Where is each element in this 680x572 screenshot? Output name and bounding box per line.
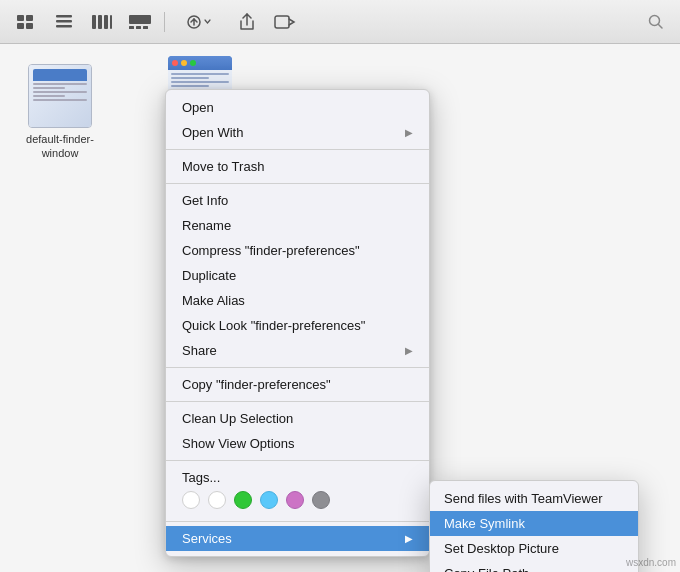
tag-dot-none-2[interactable] [208,491,226,509]
svg-rect-3 [26,23,33,29]
svg-rect-10 [110,15,112,29]
services-submenu: Send files with TeamViewer Make Symlink … [429,480,639,572]
tag-dot-green[interactable] [234,491,252,509]
menu-item-open[interactable]: Open [166,95,429,120]
menu-item-show-view-options[interactable]: Show View Options [166,431,429,456]
tags-dots [182,491,413,509]
menu-item-duplicate[interactable]: Duplicate [166,263,429,288]
icon-view-button[interactable] [10,8,42,36]
svg-rect-14 [143,26,148,29]
tag-button[interactable] [269,8,301,36]
menu-separator-6 [166,521,429,522]
tag-dot-blue[interactable] [260,491,278,509]
column-view-button[interactable] [86,8,118,36]
submenu-item-set-desktop-picture[interactable]: Set Desktop Picture [430,536,638,561]
menu-item-make-alias[interactable]: Make Alias [166,288,429,313]
context-menu: Open Open With Move to Trash Get Info Re… [165,89,430,557]
tag-dot-none-1[interactable] [182,491,200,509]
menu-item-copy[interactable]: Copy "finder-preferences" [166,372,429,397]
menu-item-services[interactable]: Services [166,526,429,551]
svg-rect-11 [129,15,151,24]
svg-rect-2 [17,23,24,29]
list-view-button[interactable] [48,8,80,36]
menu-separator-2 [166,183,429,184]
svg-rect-6 [56,25,72,28]
tags-section: Tags... [166,465,429,517]
menu-separator-1 [166,149,429,150]
traffic-light-yellow [181,60,187,66]
menu-item-compress[interactable]: Compress "finder-preferences" [166,238,429,263]
submenu-item-copy-file-path[interactable]: Copy File Path [430,561,638,572]
tag-dot-purple[interactable] [286,491,304,509]
menu-item-quick-look[interactable]: Quick Look "finder-preferences" [166,313,429,338]
search-button[interactable] [642,8,670,36]
traffic-light-green [190,60,196,66]
menu-separator-5 [166,460,429,461]
menu-separator-3 [166,367,429,368]
svg-rect-0 [17,15,24,21]
file-item-default-finder-window[interactable]: default-finder- window [20,64,100,161]
svg-rect-8 [98,15,102,29]
watermark: wsxdn.com [626,557,676,568]
menu-separator-4 [166,401,429,402]
file-label-default-finder-window: default-finder- window [20,132,100,161]
file-icon-default-finder-window [28,64,92,128]
svg-rect-9 [104,15,108,29]
tag-dot-gray[interactable] [312,491,330,509]
menu-item-open-with[interactable]: Open With [166,120,429,145]
menu-item-get-info[interactable]: Get Info [166,188,429,213]
action-button[interactable] [173,8,225,36]
svg-rect-5 [56,20,72,23]
svg-rect-12 [129,26,134,29]
svg-rect-16 [275,16,289,28]
tags-label[interactable]: Tags... [182,470,413,485]
gallery-view-button[interactable] [124,8,156,36]
share-button[interactable] [231,8,263,36]
svg-rect-7 [92,15,96,29]
menu-item-clean-up-selection[interactable]: Clean Up Selection [166,406,429,431]
toolbar [0,0,680,44]
menu-item-rename[interactable]: Rename [166,213,429,238]
file-area: default-finder- window [0,44,680,572]
svg-rect-1 [26,15,33,21]
toolbar-separator-1 [164,12,165,32]
svg-rect-13 [136,26,141,29]
main-area: default-finder- window [0,44,680,572]
menu-item-share[interactable]: Share [166,338,429,363]
submenu-item-make-symlink[interactable]: Make Symlink [430,511,638,536]
menu-item-move-to-trash[interactable]: Move to Trash [166,154,429,179]
submenu-item-send-files-teamviewer[interactable]: Send files with TeamViewer [430,486,638,511]
svg-rect-4 [56,15,72,18]
traffic-light-red [172,60,178,66]
